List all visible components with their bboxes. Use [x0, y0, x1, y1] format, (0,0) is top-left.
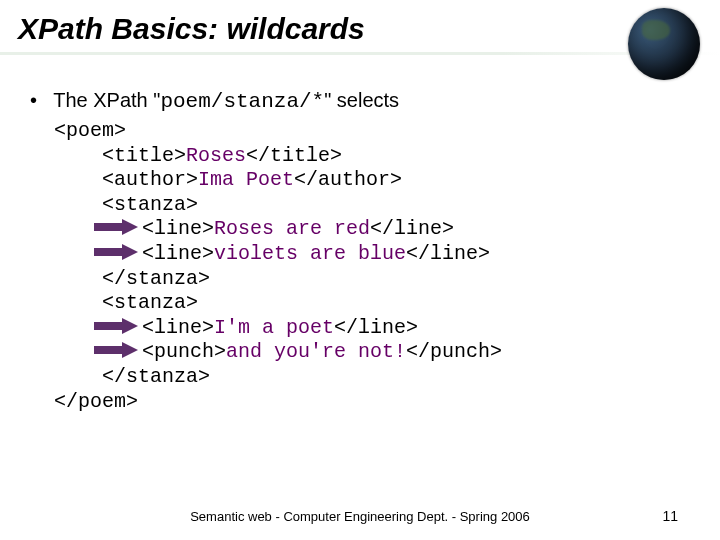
arrow-icon	[94, 219, 138, 235]
bullet-dot: •	[30, 89, 48, 112]
xml-line: <stanza>	[54, 291, 690, 316]
xml-text: I'm a poet	[214, 316, 334, 339]
xml-tag: </punch>	[406, 340, 502, 363]
xml-line: </stanza>	[54, 365, 690, 390]
xml-tag: <line>	[142, 316, 214, 339]
xml-tag: <author>	[102, 168, 198, 191]
xpath-expr: poem/stanza/*	[160, 90, 324, 113]
bullet-suffix: " selects	[324, 89, 399, 111]
page-number: 11	[662, 508, 678, 524]
title-underline	[0, 52, 720, 55]
xml-line: <poem>	[54, 119, 690, 144]
xml-text: Roses	[186, 144, 246, 167]
xml-line-selected: <line>I'm a poet</line>	[54, 316, 690, 341]
xml-tag: </title>	[246, 144, 342, 167]
xml-tag: </author>	[294, 168, 402, 191]
xml-line: </poem>	[54, 390, 690, 415]
xml-tag: </line>	[334, 316, 418, 339]
footer-text: Semantic web - Computer Engineering Dept…	[0, 509, 720, 524]
slide-title: XPath Basics: wildcards	[0, 0, 720, 52]
xml-line: <stanza>	[54, 193, 690, 218]
arrow-icon	[94, 318, 138, 334]
xml-line-selected: <punch>and you're not!</punch>	[54, 340, 690, 365]
xml-text: violets are blue	[214, 242, 406, 265]
xml-tag: <line>	[142, 217, 214, 240]
arrow-icon	[94, 244, 138, 260]
xml-line: <title>Roses</title>	[54, 144, 690, 169]
xml-line: </stanza>	[54, 267, 690, 292]
xml-line-selected: <line>violets are blue</line>	[54, 242, 690, 267]
bullet-line: • The XPath "poem/stanza/*" selects	[30, 89, 690, 113]
arrow-icon	[94, 342, 138, 358]
xml-text: Roses are red	[214, 217, 370, 240]
xml-line: <author>Ima Poet</author>	[54, 168, 690, 193]
xml-tag: </line>	[406, 242, 490, 265]
xml-text: Ima Poet	[198, 168, 294, 191]
xml-tag: <title>	[102, 144, 186, 167]
xml-line-selected: <line>Roses are red</line>	[54, 217, 690, 242]
xml-tag: <punch>	[142, 340, 226, 363]
xml-block: <poem> <title>Roses</title> <author>Ima …	[30, 119, 690, 414]
bullet-prefix: The XPath "	[53, 89, 160, 111]
xml-tag: <line>	[142, 242, 214, 265]
xml-text: and you're not!	[226, 340, 406, 363]
xml-tag: </line>	[370, 217, 454, 240]
globe-icon	[628, 8, 700, 80]
content-area: • The XPath "poem/stanza/*" selects <poe…	[0, 89, 720, 414]
